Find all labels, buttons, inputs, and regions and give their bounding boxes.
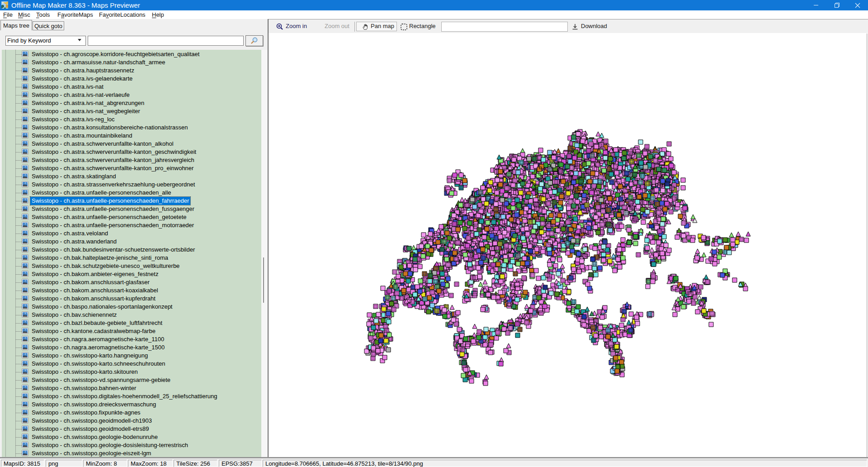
svg-text:+: + [24, 272, 24, 274]
svg-text:+: + [27, 157, 28, 159]
svg-text:+: + [24, 215, 24, 217]
svg-text:+: + [27, 125, 28, 127]
svg-text:+: + [27, 280, 28, 281]
svg-text:+: + [24, 239, 24, 241]
svg-text:+: + [24, 68, 24, 70]
svg-text:+: + [24, 85, 24, 86]
svg-text:+: + [24, 378, 24, 380]
svg-text:+: + [24, 362, 24, 363]
svg-text:+: + [27, 296, 28, 298]
svg-text:+: + [24, 353, 24, 355]
svg-text:+: + [27, 410, 28, 412]
svg-text:+: + [24, 280, 24, 282]
svg-text:+: + [27, 68, 28, 70]
svg-text:+: + [24, 142, 24, 143]
svg-text:+: + [24, 370, 24, 372]
svg-text:+: + [27, 320, 28, 322]
svg-text:+: + [27, 345, 28, 347]
svg-text:+: + [27, 443, 28, 444]
svg-text:+: + [24, 199, 24, 200]
svg-text:+: + [27, 100, 28, 102]
svg-text:+: + [24, 345, 24, 347]
svg-text:+: + [27, 263, 28, 265]
svg-text:+: + [24, 321, 24, 323]
svg-text:+: + [27, 247, 28, 249]
svg-text:+: + [24, 125, 24, 127]
svg-text:+: + [24, 451, 24, 453]
svg-text:+: + [24, 329, 24, 331]
svg-text:+: + [24, 76, 24, 78]
svg-text:+: + [27, 369, 28, 371]
svg-text:+: + [24, 174, 24, 176]
svg-text:+: + [27, 92, 28, 94]
svg-text:+: + [27, 166, 28, 167]
svg-text:+: + [24, 394, 24, 396]
svg-text:+: + [27, 304, 28, 306]
svg-text:+: + [27, 394, 28, 396]
svg-text:+: + [24, 305, 24, 306]
svg-text:+: + [24, 288, 24, 290]
svg-text:+: + [24, 223, 24, 225]
svg-text:+: + [27, 149, 28, 151]
svg-text:+: + [24, 52, 24, 54]
svg-text:+: + [24, 117, 24, 119]
svg-text:+: + [27, 117, 28, 119]
svg-text:+: + [24, 150, 24, 152]
svg-text:+: + [27, 190, 28, 192]
svg-text:+: + [27, 231, 28, 233]
svg-text:+: + [27, 377, 28, 379]
svg-text:+: + [27, 84, 28, 86]
svg-text:+: + [24, 133, 24, 135]
svg-text:+: + [27, 402, 28, 404]
svg-text:+: + [24, 166, 24, 168]
svg-text:+: + [27, 141, 28, 143]
svg-text:+: + [27, 239, 28, 241]
svg-text:+: + [27, 426, 28, 428]
svg-text:+: + [27, 361, 28, 363]
svg-text:+: + [24, 264, 24, 266]
svg-text:+: + [27, 52, 28, 53]
svg-text:+: + [24, 419, 24, 420]
svg-text:+: + [27, 206, 28, 208]
svg-text:+: + [24, 410, 24, 412]
svg-text:+: + [27, 182, 28, 184]
svg-text:+: + [27, 198, 28, 200]
svg-text:+: + [24, 207, 24, 209]
svg-text:+: + [24, 248, 24, 249]
svg-text:+: + [27, 76, 28, 78]
svg-text:+: + [27, 60, 28, 62]
svg-text:+: + [27, 312, 28, 314]
svg-text:+: + [24, 101, 24, 103]
svg-text:+: + [24, 435, 24, 437]
svg-text:+: + [24, 231, 24, 233]
svg-text:+: + [27, 133, 28, 135]
svg-text:+: + [27, 174, 28, 176]
svg-text:+: + [24, 296, 24, 298]
svg-text:+: + [27, 434, 28, 436]
svg-text:+: + [27, 288, 28, 290]
svg-text:+: + [24, 191, 24, 192]
svg-text:+: + [24, 313, 24, 315]
svg-text:+: + [27, 214, 28, 216]
svg-text:+: + [27, 386, 28, 387]
svg-text:+: + [27, 109, 28, 110]
svg-text:+: + [27, 353, 28, 355]
svg-text:+: + [24, 337, 24, 339]
svg-text:+: + [27, 337, 28, 338]
svg-text:+: + [27, 255, 28, 257]
svg-text:+: + [27, 223, 28, 224]
svg-text:+: + [24, 109, 24, 111]
svg-text:+: + [27, 451, 28, 453]
svg-text:+: + [27, 418, 28, 420]
svg-text:+: + [24, 427, 24, 429]
svg-text:+: + [24, 93, 24, 95]
svg-text:+: + [27, 272, 28, 273]
svg-text:+: + [27, 329, 28, 330]
svg-text:+: + [24, 158, 24, 160]
svg-text:+: + [24, 443, 24, 445]
svg-text:+: + [24, 386, 24, 388]
svg-text:+: + [24, 182, 24, 184]
svg-text:+: + [24, 60, 24, 62]
svg-text:+: + [24, 256, 24, 257]
svg-text:+: + [24, 402, 24, 404]
